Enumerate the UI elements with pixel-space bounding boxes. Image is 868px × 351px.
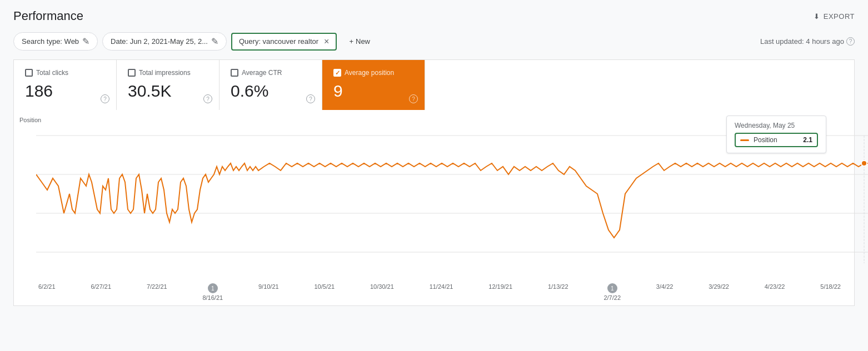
date-label: Date: Jun 2, 2021-May 25, 2...	[111, 37, 208, 46]
x-label-9: 1/13/22	[548, 283, 568, 301]
x-label-2: 7/22/21	[147, 283, 167, 301]
x-label-13: 4/23/22	[765, 283, 785, 301]
filters-row: Search type: Web ✎ Date: Jun 2, 2021-May…	[13, 32, 855, 51]
average-position-label: Average position	[345, 69, 394, 77]
metric-total-impressions[interactable]: Total impressions 30.5K ?	[117, 60, 220, 110]
page-title: Performance	[13, 9, 83, 23]
new-filter-button[interactable]: + New	[341, 34, 378, 49]
x-label-12: 3/29/22	[709, 283, 729, 301]
page-container: Performance ⬇ EXPORT Search type: Web ✎ …	[0, 0, 868, 315]
x-label-4: 9/10/21	[258, 283, 279, 301]
export-label: EXPORT	[824, 12, 855, 21]
x-label-3: 1 8/16/21	[202, 283, 223, 301]
x-label-14: 5/18/22	[820, 283, 841, 301]
average-ctr-value: 0.6%	[231, 81, 311, 101]
average-ctr-help[interactable]: ?	[306, 94, 315, 103]
x-label-0: 6/2/21	[38, 283, 56, 301]
total-clicks-help[interactable]: ?	[101, 94, 109, 103]
total-impressions-help[interactable]: ?	[203, 94, 212, 103]
average-position-checkbox[interactable]	[333, 69, 341, 77]
y-axis-label: Position	[19, 117, 41, 123]
last-updated-info-icon: ?	[846, 37, 855, 46]
x-label-1: 6/27/21	[91, 283, 111, 301]
last-updated-text: Last updated: 4 hours ago	[760, 37, 844, 46]
search-type-edit-icon: ✎	[82, 36, 89, 47]
tooltip-date: Wednesday, May 25	[735, 122, 818, 129]
tooltip-line-indicator	[740, 139, 749, 141]
new-label: New	[356, 37, 370, 46]
plus-icon: +	[349, 37, 353, 46]
export-icon: ⬇	[814, 12, 820, 21]
average-ctr-checkbox[interactable]	[231, 69, 238, 77]
x-label-6: 10/30/21	[370, 283, 394, 301]
x-label-10: 1 2/7/22	[603, 283, 621, 301]
header-row: Performance ⬇ EXPORT	[13, 9, 855, 23]
average-position-value: 9	[333, 81, 413, 101]
total-impressions-checkbox[interactable]	[128, 69, 136, 77]
average-position-help[interactable]: ?	[409, 94, 418, 103]
search-type-filter[interactable]: Search type: Web ✎	[13, 32, 98, 51]
total-clicks-value: 186	[25, 81, 105, 101]
total-clicks-checkbox[interactable]	[25, 69, 33, 77]
average-ctr-label: Average CTR	[242, 69, 282, 77]
tooltip-label: Position	[754, 136, 799, 144]
query-filter[interactable]: Query: vancouver realtor ×	[231, 33, 337, 51]
x-axis-labels: 6/2/21 6/27/21 7/22/21 1 8/16/21 9/10/21…	[14, 280, 854, 305]
x-label-11: 3/4/22	[656, 283, 674, 301]
total-impressions-label: Total impressions	[139, 69, 191, 77]
tooltip-value: 2.1	[803, 136, 812, 144]
metrics-row: Total clicks 186 ? Total impressions 30.…	[13, 59, 855, 110]
search-type-label: Search type: Web	[22, 37, 79, 46]
chart-container: Position 0 10 20 30 Wednesday, May 25	[13, 110, 855, 306]
export-button[interactable]: ⬇ EXPORT	[814, 12, 855, 21]
x-label-7: 11/24/21	[430, 283, 453, 301]
chart-tooltip: Wednesday, May 25 Position 2.1	[726, 116, 826, 153]
last-updated: Last updated: 4 hours ago ?	[760, 37, 855, 46]
metric-total-clicks[interactable]: Total clicks 186 ?	[14, 60, 117, 110]
query-close-icon[interactable]: ×	[324, 37, 329, 47]
date-filter[interactable]: Date: Jun 2, 2021-May 25, 2... ✎	[102, 32, 227, 51]
tooltip-row: Position 2.1	[735, 133, 818, 147]
metric-average-ctr[interactable]: Average CTR 0.6% ?	[220, 60, 322, 110]
x-label-8: 12/19/21	[488, 283, 512, 301]
x-badge-3: 1	[208, 283, 218, 293]
metric-average-position[interactable]: Average position 9 ?	[322, 60, 425, 110]
query-label: Query: vancouver realtor	[239, 37, 318, 46]
x-badge-10: 1	[607, 283, 617, 293]
x-label-5: 10/5/21	[314, 283, 335, 301]
date-edit-icon: ✎	[211, 36, 218, 47]
svg-point-9	[861, 161, 867, 166]
total-impressions-value: 30.5K	[128, 81, 208, 101]
total-clicks-label: Total clicks	[36, 69, 68, 77]
